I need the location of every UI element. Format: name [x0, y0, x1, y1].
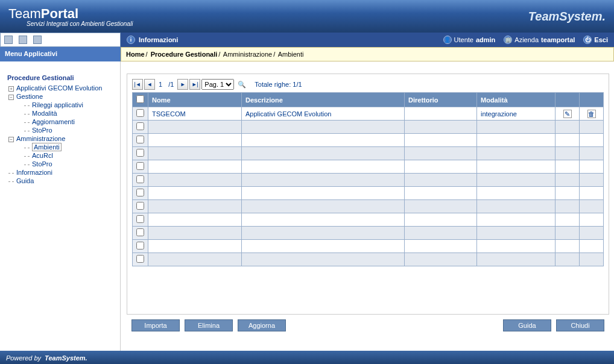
- chiudi-button[interactable]: Chiudi: [556, 319, 604, 331]
- logo-right: TeamSystem.: [528, 10, 606, 24]
- row-checkbox[interactable]: [136, 149, 144, 157]
- sidebar-item[interactable]: StoPro: [5, 160, 115, 168]
- sidebar-item[interactable]: −Gestione: [5, 92, 115, 101]
- sidebar-link[interactable]: AcuRcl: [32, 152, 53, 159]
- col-edit: [555, 93, 580, 107]
- leaf-icon: [24, 156, 30, 157]
- sidebar-link[interactable]: StoPro: [32, 160, 52, 168]
- sidebar-link[interactable]: Applicativi GECOM Evolution: [16, 84, 102, 92]
- leaf-icon: [24, 122, 30, 123]
- sidebar-head: Procedure Gestionali: [5, 74, 115, 82]
- company-name: teamportal: [541, 36, 575, 43]
- table-row-empty: [133, 121, 604, 134]
- sidebar-link[interactable]: Informazioni: [16, 169, 52, 176]
- footer-powered: Powered by: [6, 354, 41, 362]
- panel: |◄ ◄ 1 /1 ► ►| Pag. 1 🔍 Totale righe: 1/…: [127, 74, 609, 315]
- table-row[interactable]: TSGECOMApplicativi GECOM Evolutionintegr…: [133, 107, 604, 121]
- row-checkbox[interactable]: [136, 202, 144, 210]
- breadcrumb-home[interactable]: Home: [126, 51, 145, 58]
- pager-next-button[interactable]: ►: [177, 79, 188, 90]
- col-nome[interactable]: Nome: [148, 93, 242, 107]
- sidebar-link[interactable]: Guida: [16, 177, 34, 184]
- main-area: |◄ ◄ 1 /1 ► ►| Pag. 1 🔍 Totale righe: 1/…: [121, 61, 614, 351]
- sidebar-link[interactable]: Rileggi applicativi: [32, 101, 83, 108]
- sidebar-item[interactable]: StoPro: [5, 126, 115, 134]
- col-direttorio[interactable]: Direttorio: [405, 93, 477, 107]
- sidebar-item[interactable]: −Amministrazione: [5, 134, 115, 143]
- leaf-icon: [24, 148, 30, 148]
- sidebar-link[interactable]: StoPro: [32, 127, 52, 134]
- topbar: i Informazioni 👤 Utente admin 🏢 Azienda …: [121, 33, 614, 47]
- sidebar-item[interactable]: +Applicativi GECOM Evolution: [5, 84, 115, 92]
- sidebar-item[interactable]: Guida: [5, 177, 115, 185]
- leaf-icon: [24, 114, 30, 115]
- info-icon: i: [127, 36, 135, 44]
- sidebar-link[interactable]: Gestione: [16, 93, 43, 100]
- toolbar-icon-2[interactable]: [19, 36, 27, 44]
- table-row-empty: [133, 227, 604, 240]
- row-checkbox[interactable]: [136, 189, 144, 196]
- aggiorna-button[interactable]: Aggiorna: [238, 319, 286, 331]
- logo-left: TeamPortal Servizi Integrati con Ambient…: [8, 6, 133, 27]
- company-icon: 🏢: [504, 36, 512, 44]
- breadcrumb-p2: Amministrazione: [223, 51, 272, 58]
- edit-icon[interactable]: ✎: [563, 110, 572, 118]
- delete-icon[interactable]: 🗑: [587, 110, 596, 118]
- row-checkbox[interactable]: [136, 215, 144, 223]
- sidebar-link[interactable]: Ambienti: [32, 143, 62, 151]
- leaf-icon: [8, 181, 14, 182]
- elimina-button[interactable]: Elimina: [185, 319, 233, 331]
- leaf-icon: [24, 165, 30, 165]
- row-checkbox[interactable]: [136, 255, 144, 263]
- expand-icon[interactable]: +: [8, 86, 14, 92]
- row-checkbox[interactable]: [136, 122, 144, 130]
- leaf-icon: [8, 173, 14, 174]
- brand-left-b: Portal: [41, 6, 78, 21]
- collapse-icon[interactable]: −: [8, 137, 14, 142]
- col-descrizione[interactable]: Descrizione: [242, 93, 405, 107]
- power-icon: ⏻: [583, 36, 592, 44]
- row-checkbox[interactable]: [136, 162, 144, 170]
- row-checkbox[interactable]: [136, 109, 144, 117]
- sidebar-item[interactable]: Modalità: [5, 109, 115, 118]
- cell-descrizione: Applicativi GECOM Evolution: [242, 107, 405, 121]
- sidebar-link[interactable]: Aggiornamenti: [32, 118, 75, 125]
- sidebar-item[interactable]: AcuRcl: [5, 151, 115, 160]
- exit-link[interactable]: ⏻ Esci: [583, 36, 608, 44]
- row-checkbox[interactable]: [136, 228, 144, 236]
- pager-last-button[interactable]: ►|: [189, 79, 200, 90]
- guida-button[interactable]: Guida: [503, 319, 551, 331]
- row-checkbox[interactable]: [136, 136, 144, 143]
- pager-prev-button[interactable]: ◄: [144, 79, 155, 90]
- topbar-info: Informazioni: [139, 36, 178, 43]
- sidebar-item[interactable]: Rileggi applicativi: [5, 101, 115, 109]
- sidebar-item[interactable]: Ambienti: [5, 143, 115, 151]
- toolbar-icon-1[interactable]: [4, 36, 13, 44]
- table-row-empty: [133, 187, 604, 200]
- col-modalita[interactable]: Modalità: [477, 93, 555, 107]
- importa-button[interactable]: Importa: [131, 319, 180, 331]
- breadcrumb-p1[interactable]: Procedure Gestionali: [151, 51, 218, 58]
- button-row: Importa Elimina Aggiorna Guida Chiudi: [127, 319, 609, 331]
- sidebar-item[interactable]: Informazioni: [5, 168, 115, 177]
- toolbar-icon-3[interactable]: [33, 36, 42, 44]
- collapse-icon[interactable]: −: [8, 95, 14, 100]
- pager-first-button[interactable]: |◄: [132, 79, 143, 90]
- sidebar-item[interactable]: Aggiornamenti: [5, 118, 115, 126]
- pager-total: Totale righe: 1/1: [255, 81, 302, 88]
- cell-direttorio: [405, 107, 477, 121]
- row-checkbox[interactable]: [136, 175, 144, 183]
- toolbar-left: [0, 33, 121, 47]
- table-row-empty: [133, 200, 604, 213]
- exit-label: Esci: [594, 36, 608, 43]
- table-row-empty: [133, 213, 604, 227]
- pager-select[interactable]: Pag. 1: [201, 79, 234, 90]
- user-icon: 👤: [443, 36, 452, 44]
- sidebar-link[interactable]: Amministrazione: [16, 135, 65, 142]
- header-bar: TeamPortal Servizi Integrati con Ambient…: [0, 0, 614, 33]
- table-row-empty: [133, 160, 604, 174]
- select-all-checkbox[interactable]: [136, 95, 144, 103]
- row-checkbox[interactable]: [136, 242, 144, 249]
- search-icon[interactable]: 🔍: [238, 81, 246, 89]
- sidebar-link[interactable]: Modalità: [32, 110, 57, 117]
